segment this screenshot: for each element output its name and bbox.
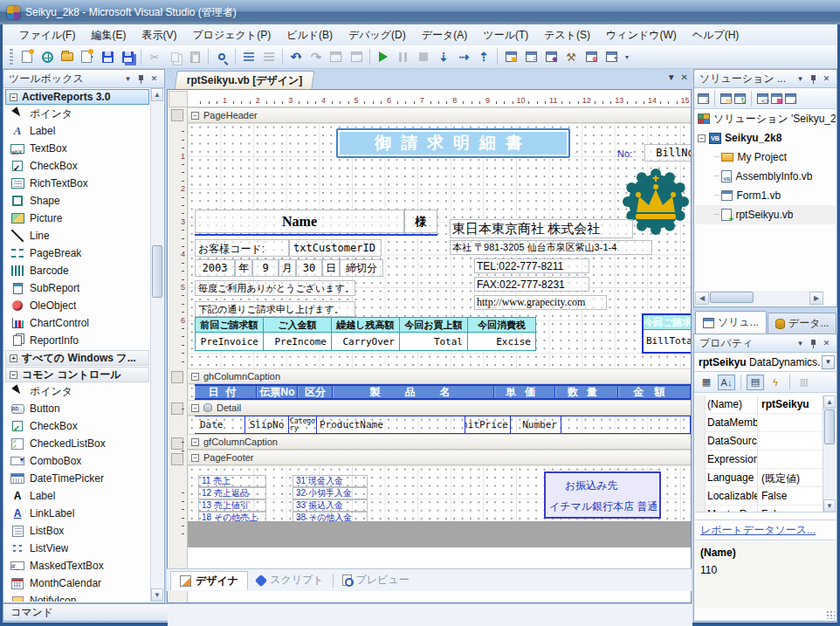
field-category[interactable]: Category: [289, 416, 317, 433]
tab-preview[interactable]: プレビュー: [334, 571, 418, 590]
properties-scrollbar[interactable]: ▲ ▼: [823, 396, 836, 512]
scroll-up-arrow[interactable]: ▲: [151, 88, 163, 101]
property-row-masterreport[interactable]: MasterReport False: [695, 506, 823, 512]
collapse-icon[interactable]: −: [10, 93, 17, 101]
comment-lines-button[interactable]: [239, 47, 258, 66]
add-new-item-button[interactable]: ▾: [78, 47, 97, 66]
class-diagram-icon[interactable]: ⌕: [785, 93, 796, 104]
report-datasource-link[interactable]: レポートデータソース...: [700, 523, 816, 538]
field-productname[interactable]: ProductName: [317, 416, 465, 433]
properties-close-button[interactable]: ✕: [820, 337, 833, 349]
company-url-label[interactable]: http://www.grapecity.com: [474, 295, 607, 310]
toolbox-item-linklabel[interactable]: LinkLabel: [4, 505, 150, 522]
day-label[interactable]: 日: [322, 259, 340, 277]
closing-day-field[interactable]: 30: [296, 259, 322, 277]
toolbox-item-subreport[interactable]: SubReport: [4, 279, 150, 297]
closing-label[interactable]: 締切分: [340, 259, 383, 277]
toolbox-menu-button[interactable]: ▾: [121, 72, 134, 85]
toolbox-pin-button[interactable]: [134, 72, 148, 85]
summary-header-preincome[interactable]: ご入金額: [263, 317, 332, 333]
show-all-files-icon[interactable]: ▤: [720, 93, 732, 104]
name-underline[interactable]: [195, 234, 437, 236]
section-selector-ghcolumncaption[interactable]: [171, 371, 183, 383]
summary-header-preinvoice[interactable]: 前回ご請求額: [195, 317, 264, 333]
toolbox-scrollbar[interactable]: ▲ ▼: [150, 88, 163, 602]
toolbox-item-pointer2[interactable]: ポインタ: [4, 382, 150, 400]
sama-label[interactable]: 様: [404, 210, 437, 233]
bank-transfer-box[interactable]: お振込み先 イチマル銀行本店 普通 51253: [544, 471, 661, 519]
company-fax-label[interactable]: FAX:022-777-8231: [474, 277, 589, 292]
summary-field-billtotal[interactable]: BillTotal: [644, 330, 691, 351]
field-number[interactable]: Number: [511, 416, 561, 433]
scrollbar-thumb[interactable]: [152, 245, 162, 298]
expand-icon[interactable]: +: [10, 354, 17, 362]
tab-solution-explorer[interactable]: ⌕ ソリュ...: [695, 311, 767, 334]
toolbox-item-label2[interactable]: Label: [4, 487, 150, 505]
properties-object-selector[interactable]: rptSeikyu DataDynamics. ▼: [694, 353, 837, 372]
scroll-right-arrow[interactable]: ▶: [809, 292, 823, 305]
scrollbar-thumb[interactable]: [824, 409, 835, 444]
property-row-name[interactable]: (Name) rptSeikyu: [695, 396, 823, 414]
menu-tools[interactable]: ツール(T): [475, 25, 536, 45]
pageheader-section[interactable]: 御請求明細書 No: BillNo: [188, 123, 691, 368]
object-browser-button[interactable]: ◆: [541, 47, 561, 66]
tree-item-myproject[interactable]: ┈ My Project: [695, 148, 836, 167]
footer-code-13[interactable]: 13 売上値引: [198, 499, 266, 512]
tree-item-project[interactable]: − VB Seikyu_2k8: [695, 128, 836, 148]
menu-view[interactable]: 表示(V): [134, 25, 184, 45]
billno-field[interactable]: BillNo: [644, 144, 691, 162]
collapse-icon[interactable]: −: [191, 438, 199, 446]
scroll-down-arrow[interactable]: ▼: [823, 499, 836, 512]
tab-data-sources[interactable]: データ...: [768, 313, 837, 334]
toolbox-item-listbox[interactable]: ListBox: [4, 522, 150, 540]
greeting2-label[interactable]: 下記の通りご請求申し上げます。: [195, 301, 355, 317]
menu-file[interactable]: ファイル(F): [11, 25, 83, 45]
toolbar-grip[interactable]: [10, 49, 13, 65]
footer-code-33[interactable]: 33 振込入金: [293, 499, 368, 512]
scrollbar-thumb[interactable]: [710, 292, 754, 303]
open-file-button[interactable]: [58, 47, 77, 66]
menu-edit[interactable]: 編集(E): [83, 25, 134, 45]
year-label[interactable]: 年: [235, 259, 252, 277]
footer-code-31[interactable]: 31 現金入金: [293, 475, 368, 487]
caption-category[interactable]: 区分: [298, 386, 333, 398]
toolbox-item-pagebreak[interactable]: PageBreak: [4, 244, 150, 262]
section-selector-gfcolumncaption[interactable]: [171, 437, 183, 450]
toolbox-item-richtextbox[interactable]: RichTextBox: [4, 175, 150, 192]
caption-number[interactable]: 数量: [555, 386, 618, 398]
tree-item-form1[interactable]: ┈ Form1.vb: [695, 186, 836, 205]
output-window-button[interactable]: ¶: [602, 47, 621, 66]
no-label[interactable]: No:: [617, 147, 644, 160]
toolbox-group-common-controls[interactable]: −コモン コントロール: [5, 367, 149, 382]
ghcolumncaption-section[interactable]: 日付 伝票No 区分 製品名 単価 数量 金額: [188, 384, 691, 400]
toolbox-group-all-windows-forms[interactable]: +すべての Windows フ...: [5, 350, 149, 366]
summary-field-total[interactable]: Total: [399, 332, 468, 351]
tree-item-rptseikyu[interactable]: ┈ rptSeikyu.vb: [695, 205, 836, 224]
solution-hscrollbar[interactable]: ◀ ▶: [695, 291, 823, 306]
properties-tool-icon[interactable]: ≡: [698, 93, 709, 104]
toolbox-item-reportinfo[interactable]: ReportInfo: [4, 332, 150, 349]
toolbox-item-maskedtextbox[interactable]: MaskedTextBox: [4, 557, 150, 574]
redo-button[interactable]: ↷▾: [306, 47, 326, 66]
collapse-icon[interactable]: −: [698, 134, 706, 142]
toolbox-item-textbox[interactable]: TextBox: [4, 140, 150, 157]
section-bar-ghcolumncaption[interactable]: − ghColumnCaption: [188, 368, 691, 384]
summary-header-carryover[interactable]: 繰越し残高額: [331, 317, 400, 333]
closing-month-field[interactable]: 9: [252, 259, 279, 277]
month-label[interactable]: 月: [279, 259, 296, 277]
caption-sl ipno[interactable]: 伝票No: [257, 386, 298, 398]
step-over-button[interactable]: ⇢: [454, 47, 473, 66]
solution-menu-button[interactable]: ▾: [794, 72, 807, 85]
toolbox-item-shape[interactable]: Shape: [4, 192, 150, 210]
events-button[interactable]: ϟ: [767, 375, 784, 390]
toolbox-item-chartcontrol[interactable]: ChartControl: [4, 314, 150, 332]
toolbox-item-listview[interactable]: ListView: [4, 540, 150, 557]
toolbox-item-checkedlistbox[interactable]: CheckedListBox: [4, 435, 150, 452]
property-row-expression[interactable]: Expression: [695, 451, 823, 469]
toolbox-item-oleobject[interactable]: OleObject: [4, 297, 150, 314]
menu-debug[interactable]: デバッグ(D): [341, 25, 414, 45]
categorized-button[interactable]: ▦: [698, 375, 715, 390]
collapse-icon[interactable]: −: [191, 373, 199, 381]
section-bar-pagefooter[interactable]: − PageFooter: [188, 450, 691, 465]
new-project-button[interactable]: [17, 47, 37, 66]
